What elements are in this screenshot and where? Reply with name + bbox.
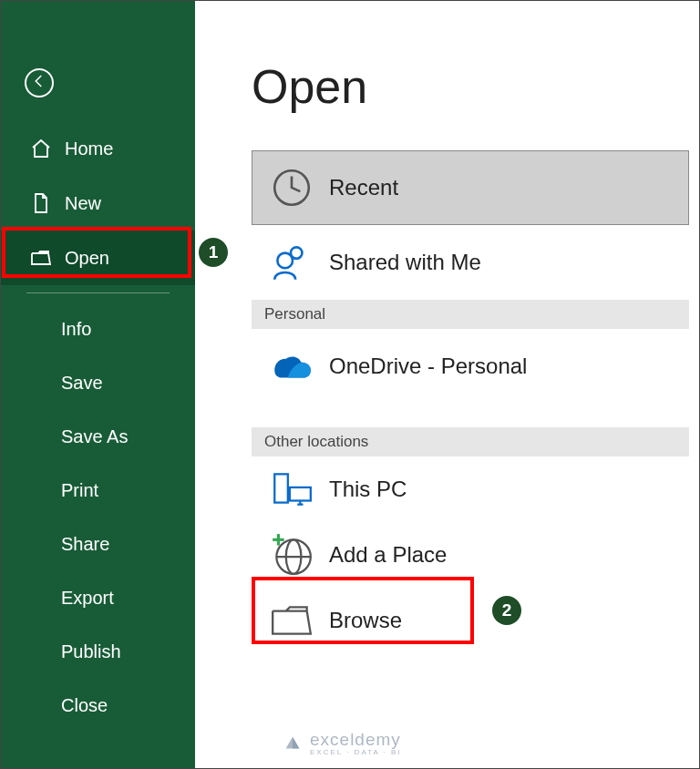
location-shared[interactable]: Shared with Me [252,225,689,300]
open-folder-icon [30,247,52,269]
location-recent[interactable]: Recent [252,150,689,225]
app-window: Home New Open Info Save Save As Print Sh… [0,0,700,769]
home-icon [30,138,52,159]
watermark-subtitle: EXCEL · DATA · BI [310,748,402,756]
watermark-logo-icon [283,733,303,754]
svg-rect-4 [290,487,311,501]
sidebar-item-info[interactable]: Info [1,302,195,356]
sidebar-item-export[interactable]: Export [1,571,195,625]
sidebar-item-label: New [65,193,101,214]
sidebar-item-close[interactable]: Close [1,679,195,733]
people-icon [269,240,314,285]
clock-icon [269,165,314,210]
location-label: Browse [329,608,402,633]
sidebar-item-label: Open [65,248,109,269]
sidebar-nav: Home New Open [1,121,195,285]
onedrive-icon [269,343,314,389]
location-onedrive[interactable]: OneDrive - Personal [252,329,689,404]
new-file-icon [30,192,52,214]
thispc-icon [269,467,314,512]
sidebar-item-label: Home [65,138,113,159]
location-label: This PC [329,477,407,502]
annotation-badge-2: 2 [492,596,521,625]
backstage-sidebar: Home New Open Info Save Save As Print Sh… [1,1,195,768]
page-title: Open [252,59,699,114]
sidebar-item-save[interactable]: Save [1,356,195,410]
sidebar-item-publish[interactable]: Publish [1,625,195,679]
sidebar-item-new[interactable]: New [1,176,195,231]
svg-point-2 [277,253,293,269]
back-button[interactable] [25,68,54,97]
arrow-left-icon [31,73,47,93]
location-label: OneDrive - Personal [329,354,527,379]
location-label: Shared with Me [329,250,481,275]
sidebar-divider [26,292,170,293]
sidebar-item-print[interactable]: Print [1,464,195,518]
sidebar-sub-nav: Info Save Save As Print Share Export Pub… [1,302,195,733]
location-label: Add a Place [329,542,447,568]
location-label: Recent [329,175,398,200]
sidebar-item-share[interactable]: Share [1,518,195,571]
sidebar-item-home[interactable]: Home [1,121,195,176]
sidebar-item-open[interactable]: Open [1,231,195,285]
add-place-icon [269,532,314,578]
location-browse[interactable]: Browse [252,588,689,653]
annotation-badge-1: 1 [199,238,228,267]
watermark: exceldemy EXCEL · DATA · BI [283,730,402,756]
location-addplace[interactable]: Add a Place [252,522,689,588]
sidebar-item-saveas[interactable]: Save As [1,410,195,464]
content-pane: Open Recent Shared with Me Personal OneD… [195,1,699,768]
svg-rect-3 [274,474,288,502]
section-header-personal: Personal [252,300,689,329]
browse-folder-icon [269,598,314,643]
location-thispc[interactable]: This PC [252,456,689,522]
watermark-name: exceldemy [310,730,401,749]
section-header-other: Other locations [252,427,689,456]
